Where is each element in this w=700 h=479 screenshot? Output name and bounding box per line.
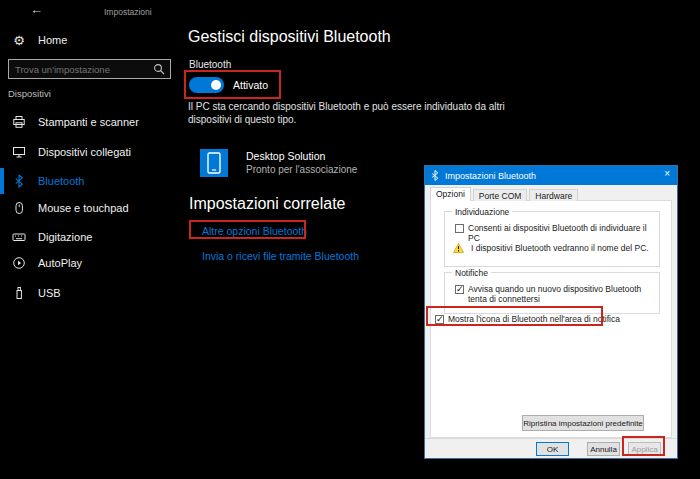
dialog-footer: OK Annulla Applica bbox=[425, 438, 677, 458]
sidebar-item-label: AutoPlay bbox=[38, 257, 82, 269]
sidebar-item-mouse[interactable]: Mouse e touchpad bbox=[0, 195, 180, 221]
selected-indicator bbox=[0, 168, 4, 194]
tray-checkbox-row[interactable]: Mostra l'icona di Bluetooth nell'area di… bbox=[435, 314, 620, 324]
discovery-checkbox-row[interactable]: Consenti ai dispositivi Bluetooth di ind… bbox=[455, 223, 659, 243]
sidebar-item-usb[interactable]: USB bbox=[0, 280, 180, 306]
sidebar-item-autoplay[interactable]: AutoPlay bbox=[0, 250, 180, 276]
apply-button[interactable]: Applica bbox=[628, 442, 661, 456]
related-title: Impostazioni correlate bbox=[189, 195, 346, 213]
warning-icon bbox=[453, 243, 464, 253]
cancel-button[interactable]: Annulla bbox=[587, 442, 620, 456]
tab-porte-com[interactable]: Porte COM bbox=[473, 189, 528, 201]
back-button[interactable]: ← bbox=[30, 2, 43, 17]
search-input[interactable] bbox=[9, 64, 153, 75]
sidebar-item-label: Digitazione bbox=[38, 231, 92, 243]
dialog-bluetooth-icon bbox=[431, 170, 439, 181]
notifications-groupbox: Notifiche Avvisa quando un nuovo disposi… bbox=[444, 272, 660, 314]
sidebar-item-label: Mouse e touchpad bbox=[38, 202, 129, 214]
link-send-receive-files[interactable]: Invia o ricevi file tramite Bluetooth bbox=[202, 250, 359, 262]
discovery-group-title: Individuazione bbox=[452, 207, 512, 217]
discovery-groupbox: Individuazione Consenti ai dispositivi B… bbox=[444, 211, 660, 267]
dialog-close-button[interactable]: × bbox=[664, 168, 670, 179]
page-title: Gestisci dispositivi Bluetooth bbox=[188, 28, 391, 46]
device-name: Desktop Solution bbox=[246, 150, 325, 162]
settings-window: ← Impostazioni ⚙ Home Dispositivi Stampa… bbox=[0, 0, 700, 479]
device-status: Pronto per l'associazione bbox=[246, 164, 357, 175]
sidebar-item-label: Dispositivi collegati bbox=[38, 146, 131, 158]
notify-checkbox[interactable] bbox=[455, 285, 464, 294]
dialog-tab-page: Individuazione Consenti ai dispositivi B… bbox=[430, 200, 672, 438]
search-box bbox=[8, 59, 171, 79]
search-icon[interactable] bbox=[153, 63, 165, 75]
sidebar-item-label: Stampanti e scanner bbox=[38, 116, 139, 128]
dialog-title: Impostazioni Bluetooth bbox=[445, 171, 536, 181]
ok-button[interactable]: OK bbox=[536, 442, 569, 456]
discovery-checkbox[interactable] bbox=[455, 224, 464, 233]
sidebar-item-label: Bluetooth bbox=[38, 175, 84, 187]
notifications-group-title: Notifiche bbox=[452, 268, 491, 278]
tab-opzioni[interactable]: Opzioni bbox=[430, 187, 471, 201]
bluetooth-toggle[interactable] bbox=[189, 77, 224, 93]
warning-text: I dispositivi Bluetooth vedranno il nome… bbox=[471, 243, 649, 253]
tab-hardware[interactable]: Hardware bbox=[529, 189, 578, 201]
sidebar-item-label: USB bbox=[38, 287, 61, 299]
toggle-knob bbox=[211, 80, 221, 90]
gear-icon: ⚙ bbox=[12, 33, 26, 47]
link-other-bluetooth-options[interactable]: Altre opzioni Bluetooth bbox=[202, 225, 307, 237]
sidebar-item-bluetooth[interactable]: Bluetooth bbox=[0, 168, 180, 194]
description-text: Il PC sta cercando dispositivi Bluetooth… bbox=[188, 100, 523, 126]
toggle-state-label: Attivato bbox=[233, 79, 268, 91]
keyboard-icon bbox=[12, 230, 26, 244]
sidebar-item-typing[interactable]: Digitazione bbox=[0, 224, 180, 250]
usb-icon bbox=[12, 286, 26, 300]
sidebar-item-connected[interactable]: Dispositivi collegati bbox=[0, 139, 180, 165]
notify-checkbox-row[interactable]: Avvisa quando un nuovo dispositivo Bluet… bbox=[455, 284, 655, 304]
dialog-titlebar[interactable]: Impostazioni Bluetooth × bbox=[425, 166, 677, 185]
discovery-checkbox-label: Consenti ai dispositivi Bluetooth di ind… bbox=[468, 223, 659, 243]
tray-checkbox[interactable] bbox=[435, 315, 444, 324]
app-title: Impostazioni bbox=[104, 7, 152, 17]
devices-icon bbox=[12, 145, 26, 159]
sidebar-section-label: Dispositivi bbox=[8, 88, 51, 99]
reset-defaults-button[interactable]: Ripristina impostazioni predefinite bbox=[522, 415, 644, 431]
sidebar-item-home[interactable]: ⚙ Home bbox=[0, 27, 180, 53]
device-icon bbox=[200, 149, 228, 177]
dialog-tabs: Opzioni Porte COM Hardware bbox=[430, 187, 580, 201]
toggle-label: Bluetooth bbox=[189, 59, 231, 70]
bluetooth-icon bbox=[12, 174, 26, 188]
bluetooth-settings-dialog: Impostazioni Bluetooth × Opzioni Porte C… bbox=[424, 165, 678, 459]
home-label: Home bbox=[38, 34, 67, 46]
notify-checkbox-label: Avvisa quando un nuovo dispositivo Bluet… bbox=[468, 284, 650, 304]
printer-icon bbox=[12, 115, 26, 129]
sidebar-item-printers[interactable]: Stampanti e scanner bbox=[0, 109, 180, 135]
autoplay-icon bbox=[12, 256, 26, 270]
discovery-warning-row: I dispositivi Bluetooth vedranno il nome… bbox=[453, 243, 649, 253]
mouse-icon bbox=[12, 201, 26, 215]
tray-checkbox-label: Mostra l'icona di Bluetooth nell'area di… bbox=[448, 314, 620, 324]
